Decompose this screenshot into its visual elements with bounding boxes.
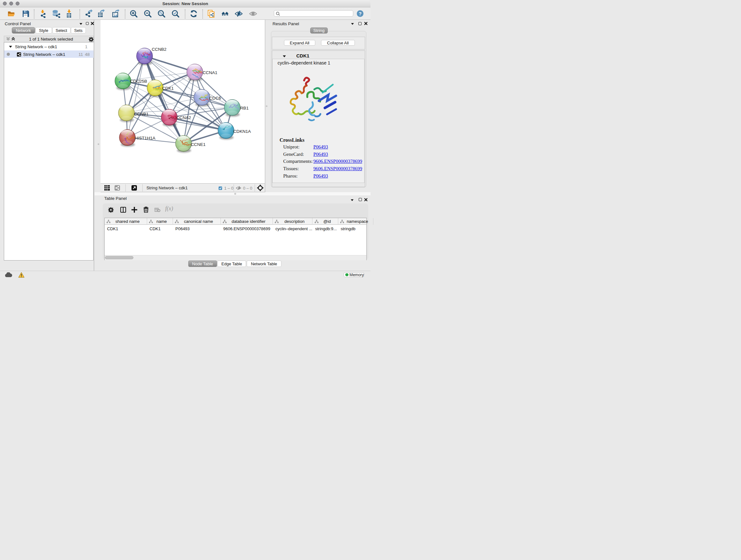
svg-text:CDKN1A: CDKN1A <box>233 129 251 134</box>
svg-text:CCNE1: CCNE1 <box>191 142 205 147</box>
svg-text:CCNB2: CCNB2 <box>151 47 166 52</box>
svg-text:HIST1H1A: HIST1H1A <box>134 136 155 140</box>
svg-text:CDC25B: CDC25B <box>130 79 147 84</box>
svg-text:CDC6: CDC6 <box>209 96 221 101</box>
svg-text:CCNA2: CCNA2 <box>176 115 191 120</box>
svg-text:CCNA1: CCNA1 <box>203 70 217 75</box>
svg-text:CDK1: CDK1 <box>162 86 174 91</box>
svg-text:RB1: RB1 <box>240 106 248 111</box>
svg-text:CCNB1: CCNB1 <box>134 112 148 117</box>
